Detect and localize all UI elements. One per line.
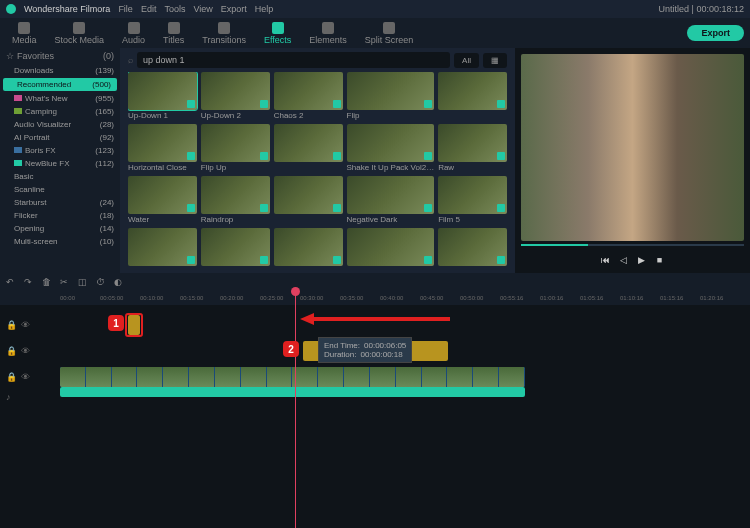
sidebar-item-newblue-fx[interactable]: NewBlue FX(112): [0, 157, 120, 170]
download-icon[interactable]: [187, 204, 195, 212]
download-icon[interactable]: [260, 256, 268, 264]
download-icon[interactable]: [333, 204, 341, 212]
effect-item[interactable]: [274, 176, 343, 224]
sidebar-item-audio-visualizer[interactable]: Audio Visualizer(28): [0, 118, 120, 131]
download-icon[interactable]: [497, 100, 505, 108]
download-icon[interactable]: [497, 204, 505, 212]
effect-item[interactable]: Chaos 2: [274, 72, 343, 120]
sidebar-item-starburst[interactable]: Starburst(24): [0, 196, 120, 209]
eye-icon[interactable]: 👁: [21, 372, 30, 382]
effect-thumb[interactable]: [128, 124, 197, 162]
tab-stock-media[interactable]: Stock Media: [49, 20, 111, 47]
sidebar-item-what-s-new[interactable]: What's New(955): [0, 92, 120, 105]
effect-thumb[interactable]: [438, 176, 507, 214]
music-icon[interactable]: ♪: [6, 392, 11, 402]
download-icon[interactable]: [187, 152, 195, 160]
menu-help[interactable]: Help: [255, 4, 274, 14]
effect-item[interactable]: Negative Dark: [347, 176, 435, 224]
redo-icon[interactable]: ↷: [24, 277, 34, 287]
effect-item[interactable]: Water: [128, 176, 197, 224]
favorites-header[interactable]: ☆ Favorites (0): [0, 48, 120, 64]
menu-tools[interactable]: Tools: [164, 4, 185, 14]
effect-item[interactable]: Flip Up: [201, 124, 270, 172]
effect-item[interactable]: [128, 228, 197, 267]
sidebar-item-basic[interactable]: Basic: [0, 170, 120, 183]
undo-icon[interactable]: ↶: [6, 277, 16, 287]
tab-titles[interactable]: Titles: [157, 20, 190, 47]
lock-icon[interactable]: 🔒: [6, 346, 17, 356]
effect-thumb[interactable]: [438, 124, 507, 162]
lock-icon[interactable]: 🔒: [6, 320, 17, 330]
crop-icon[interactable]: ◫: [78, 277, 88, 287]
lock-icon[interactable]: 🔒: [6, 372, 17, 382]
tab-effects[interactable]: Effects: [258, 20, 297, 47]
delete-icon[interactable]: 🗑: [42, 277, 52, 287]
tab-media[interactable]: Media: [6, 20, 43, 47]
search-input[interactable]: [137, 52, 450, 68]
effect-thumb[interactable]: [128, 228, 197, 266]
eye-icon[interactable]: 👁: [21, 346, 30, 356]
download-icon[interactable]: [497, 256, 505, 264]
tab-transitions[interactable]: Transitions: [196, 20, 252, 47]
download-icon[interactable]: [424, 152, 432, 160]
download-icon[interactable]: [333, 152, 341, 160]
preview-video[interactable]: [521, 54, 744, 241]
sidebar-item-camping[interactable]: Camping(165): [0, 105, 120, 118]
sidebar-item-opening[interactable]: Opening(14): [0, 222, 120, 235]
download-icon[interactable]: [424, 100, 432, 108]
tab-audio[interactable]: Audio: [116, 20, 151, 47]
effect-item[interactable]: Raindrop: [201, 176, 270, 224]
effect-thumb[interactable]: [438, 228, 507, 266]
effect-item[interactable]: Up-Down 1: [128, 72, 197, 120]
effect-thumb[interactable]: [201, 176, 270, 214]
effect-thumb[interactable]: [347, 176, 435, 214]
sidebar-item-flicker[interactable]: Flicker(18): [0, 209, 120, 222]
effect-thumb[interactable]: [201, 72, 270, 110]
sidebar-item-recommended[interactable]: Recommended(500): [3, 78, 117, 91]
effect-thumb[interactable]: [274, 176, 343, 214]
download-icon[interactable]: [260, 204, 268, 212]
eye-icon[interactable]: 👁: [21, 320, 30, 330]
tab-elements[interactable]: Elements: [303, 20, 353, 47]
download-icon[interactable]: [187, 100, 195, 108]
filter-dropdown[interactable]: All: [454, 53, 479, 68]
preview-scrubber[interactable]: [521, 244, 744, 246]
download-icon[interactable]: [424, 256, 432, 264]
effect-thumb[interactable]: [128, 72, 197, 110]
sidebar-item-downloads[interactable]: Downloads(139): [0, 64, 120, 77]
download-icon[interactable]: [333, 256, 341, 264]
effect-item[interactable]: Shake It Up Pack Vol2…: [347, 124, 435, 172]
color-icon[interactable]: ◐: [114, 277, 124, 287]
sidebar-item-boris-fx[interactable]: Boris FX(123): [0, 144, 120, 157]
play-icon[interactable]: ▶: [637, 255, 647, 265]
effect-item[interactable]: Raw: [438, 124, 507, 172]
stop-icon[interactable]: ■: [655, 255, 665, 265]
menu-export[interactable]: Export: [221, 4, 247, 14]
effect-thumb[interactable]: [274, 228, 343, 266]
effect-thumb[interactable]: [347, 228, 435, 266]
effect-item[interactable]: [347, 228, 435, 267]
menu-edit[interactable]: Edit: [141, 4, 157, 14]
download-icon[interactable]: [260, 152, 268, 160]
step-back-icon[interactable]: ◁: [619, 255, 629, 265]
effect-item[interactable]: [438, 228, 507, 267]
prev-frame-icon[interactable]: ⏮: [601, 255, 611, 265]
download-icon[interactable]: [333, 100, 341, 108]
effect-item[interactable]: Film 5: [438, 176, 507, 224]
menu-file[interactable]: File: [118, 4, 133, 14]
playhead[interactable]: [295, 291, 296, 528]
effect-item[interactable]: [201, 228, 270, 267]
speed-icon[interactable]: ⏱: [96, 277, 106, 287]
download-icon[interactable]: [424, 204, 432, 212]
sidebar-item-multi-screen[interactable]: Multi-screen(10): [0, 235, 120, 248]
effect-item[interactable]: [274, 228, 343, 267]
effect-item[interactable]: Flip: [347, 72, 435, 120]
effect-thumb[interactable]: [438, 72, 507, 110]
effect-item[interactable]: Horizontal Close: [128, 124, 197, 172]
sidebar-item-scanline[interactable]: Scanline: [0, 183, 120, 196]
effect-thumb[interactable]: [201, 124, 270, 162]
download-icon[interactable]: [497, 152, 505, 160]
tab-split-screen[interactable]: Split Screen: [359, 20, 420, 47]
download-icon[interactable]: [260, 100, 268, 108]
export-button[interactable]: Export: [687, 25, 744, 41]
